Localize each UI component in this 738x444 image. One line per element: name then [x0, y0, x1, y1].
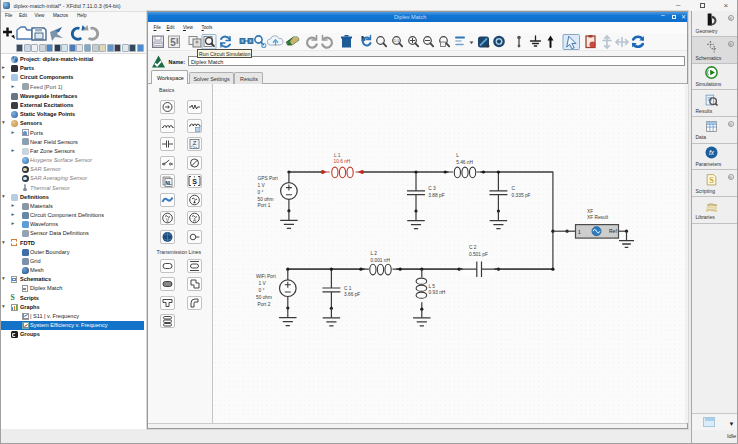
- svg-text:NL: NL: [166, 181, 172, 186]
- svg-text:C 1: C 1: [344, 286, 352, 291]
- svg-text:V: V: [166, 218, 169, 223]
- svg-text:S: S: [709, 176, 714, 185]
- svg-text:1: 1: [578, 229, 581, 235]
- svg-text:Ref: Ref: [609, 229, 617, 235]
- svg-text:L: L: [456, 154, 459, 159]
- svg-text:1:1: 1:1: [394, 38, 400, 43]
- svg-text:L 2: L 2: [370, 252, 377, 257]
- svg-text:C 2: C 2: [468, 246, 476, 251]
- svg-text:0 °: 0 °: [257, 190, 263, 195]
- svg-text:WiFi Port: WiFi Port: [256, 275, 276, 280]
- svg-text:0.335 pF: 0.335 pF: [511, 193, 530, 198]
- svg-text:0.501 pF: 0.501 pF: [468, 252, 487, 257]
- svg-text:S: S: [192, 178, 197, 185]
- svg-text:10.6 nH: 10.6 nH: [333, 160, 350, 165]
- svg-text:XF: XF: [587, 209, 593, 214]
- svg-text:0.93 nH: 0.93 nH: [428, 290, 445, 295]
- svg-text:3.88 pF: 3.88 pF: [428, 193, 444, 198]
- svg-text:GPS Port: GPS Port: [257, 177, 278, 182]
- svg-text:0.001 nH: 0.001 nH: [370, 258, 390, 263]
- svg-text:50 ohm: 50 ohm: [256, 295, 272, 300]
- svg-text:Z: Z: [193, 140, 197, 146]
- svg-text:C 3: C 3: [428, 187, 436, 192]
- svg-text:fx: fx: [709, 149, 715, 156]
- svg-text:L 1: L 1: [334, 153, 341, 158]
- svg-text:3.66 pF: 3.66 pF: [344, 293, 360, 298]
- svg-text:XF Result: XF Result: [587, 216, 609, 221]
- svg-text:50 ohm: 50 ohm: [257, 197, 273, 202]
- svg-text:5: 5: [170, 37, 176, 48]
- svg-text:0 °: 0 °: [258, 288, 264, 293]
- svg-text:Port 2: Port 2: [257, 302, 270, 307]
- svg-text:5.46 nH: 5.46 nH: [456, 160, 473, 165]
- svg-text:L 5: L 5: [428, 284, 435, 289]
- svg-text:Port 1: Port 1: [257, 204, 270, 209]
- svg-text:1 V: 1 V: [258, 281, 266, 286]
- svg-text:1 V: 1 V: [257, 183, 265, 188]
- svg-text:A: A: [193, 218, 196, 223]
- svg-text:C: C: [511, 187, 515, 192]
